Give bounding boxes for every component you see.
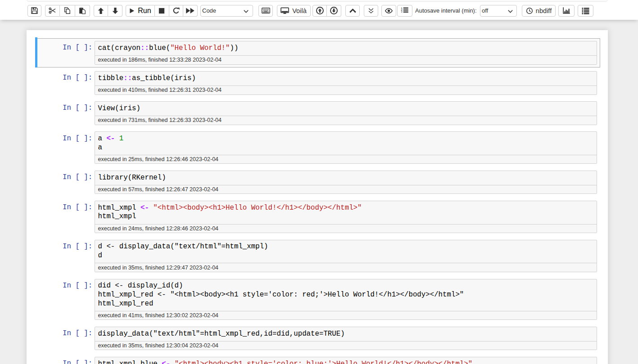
svg-text:3: 3 xyxy=(401,10,403,13)
